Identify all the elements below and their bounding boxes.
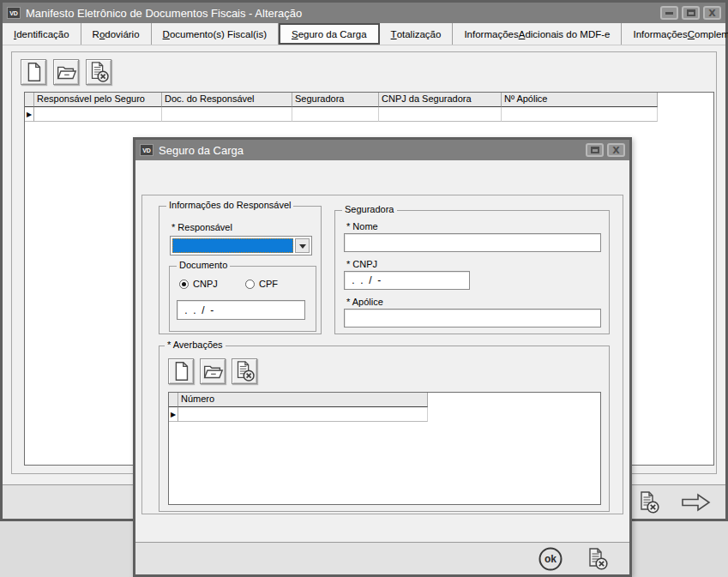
group-title: Informações do Responsável <box>166 200 293 210</box>
averbacoes-toolbar <box>168 358 257 384</box>
tab-rodoviario[interactable]: Rodoviário <box>81 23 152 45</box>
cnpj-label: * CNPJ <box>346 259 377 269</box>
dialog-title: Seguro da Carga <box>159 144 582 157</box>
open-folder-icon <box>201 359 225 383</box>
svg-text:ok: ok <box>544 553 557 565</box>
column-header-numero: Número <box>178 393 428 407</box>
delete-document-icon <box>635 490 661 515</box>
radio-button-icon <box>179 279 189 289</box>
new-document-icon <box>21 60 45 84</box>
radio-button-icon <box>245 279 255 289</box>
minimize-button[interactable] <box>660 6 678 20</box>
dialog-titlebar[interactable]: VD Seguro da Carga X <box>135 140 629 160</box>
dialog-close-button[interactable]: X <box>607 143 625 157</box>
tab-identificacao[interactable]: Identificação <box>3 23 81 45</box>
nome-input[interactable] <box>344 233 601 252</box>
open-averbacao-button[interactable] <box>200 358 226 384</box>
radio-cpf-label: CPF <box>259 279 278 289</box>
group-averbacoes: * Averbações <box>159 346 610 512</box>
app-icon: VD <box>7 7 21 19</box>
delete-document-icon <box>584 546 610 572</box>
column-header-seguradora: Seguradora <box>292 93 379 107</box>
group-title: * Averbações <box>165 340 226 350</box>
column-header-doc-responsavel: Doc. do Responsável <box>162 93 292 107</box>
responsavel-label: * Responsável <box>171 222 232 232</box>
desktop-background: VD Manifesto Eletrônico de Documentos Fi… <box>0 0 728 577</box>
seguro-carga-dialog: VD Seguro da Carga X Informações do Resp… <box>133 137 632 577</box>
grid-row[interactable]: ▶ <box>169 407 600 422</box>
column-header-cnpj-seguradora: CNPJ da Seguradora <box>379 93 502 107</box>
responsavel-combobox[interactable] <box>170 236 312 255</box>
tab-informacoes-adicionais[interactable]: Informações Adicionais do MDF-e <box>453 23 622 45</box>
radio-cnpj[interactable]: CNPJ <box>179 279 218 289</box>
maximize-button[interactable] <box>682 6 700 20</box>
group-title: Documento <box>177 260 230 270</box>
combobox-dropdown-button[interactable] <box>295 238 310 253</box>
apolice-input[interactable] <box>344 309 601 328</box>
cancel-button[interactable] <box>583 545 611 573</box>
grid-header-row: Responsável pelo Seguro Doc. do Responsá… <box>25 93 713 107</box>
radio-cpf[interactable]: CPF <box>245 279 278 289</box>
minimize-icon <box>665 12 673 15</box>
tab-totalizacao[interactable]: Totalização <box>380 23 454 45</box>
combobox-selection[interactable] <box>172 238 293 253</box>
chevron-down-icon <box>299 244 306 252</box>
tab-seguro-da-carga[interactable]: Seguro da Carga <box>279 23 380 45</box>
open-folder-icon <box>54 60 78 84</box>
open-seguro-button[interactable] <box>53 59 79 85</box>
delete-document-icon <box>232 359 256 383</box>
tab-bar: Identificação Rodoviário Documento(s) Fi… <box>3 23 725 45</box>
tab-informacoes-complementares[interactable]: Informações Complementares <box>622 23 728 45</box>
dialog-maximize-button[interactable] <box>586 143 604 157</box>
new-document-icon <box>169 359 193 383</box>
new-averbacao-button[interactable] <box>168 358 194 384</box>
arrow-right-icon <box>681 491 712 514</box>
ok-icon: ok <box>537 545 564 573</box>
close-icon: X <box>612 146 619 155</box>
dialog-form-panel: Informações do Responsável * Responsável… <box>141 195 623 514</box>
grid-header-row: Número <box>169 393 600 407</box>
grid-row[interactable]: ▶ <box>25 107 713 122</box>
dialog-app-icon: VD <box>140 144 153 156</box>
row-indicator: ▶ <box>169 407 178 422</box>
delete-manifest-button[interactable] <box>635 489 662 516</box>
group-seguradora: Seguradora * Nome * CNPJ . . / - * Apóli… <box>334 210 610 334</box>
delete-averbacao-button[interactable] <box>232 358 257 384</box>
nome-label: * Nome <box>346 221 378 231</box>
row-indicator: ▶ <box>25 107 34 122</box>
documento-mask-input[interactable]: . . / - <box>177 300 305 320</box>
radio-cnpj-label: CNPJ <box>193 279 218 289</box>
averbacoes-grid[interactable]: Número ▶ <box>168 392 601 505</box>
group-informacoes-responsavel: Informações do Responsável * Responsável… <box>159 206 322 334</box>
close-icon: X <box>708 9 715 18</box>
next-step-button[interactable] <box>680 489 713 516</box>
column-header-num-apolice: Nº Apólice <box>502 93 658 107</box>
group-title: Seguradora <box>342 204 397 214</box>
delete-seguro-button[interactable] <box>86 59 111 85</box>
window-title: Manifesto Eletrônico de Documentos Fisca… <box>26 7 657 20</box>
apolice-label: * Apólice <box>346 297 383 307</box>
main-titlebar[interactable]: VD Manifesto Eletrônico de Documentos Fi… <box>3 3 725 23</box>
tab-documentos-fiscais[interactable]: Documento(s) Fiscal(is) <box>152 23 279 45</box>
indicator-column-header <box>169 393 178 407</box>
cnpj-input[interactable]: . . / - <box>344 271 470 290</box>
close-button[interactable]: X <box>703 6 721 20</box>
maximize-icon <box>591 147 599 153</box>
group-documento: Documento CNPJ CPF . . / - <box>169 266 316 332</box>
indicator-column-header <box>25 93 34 107</box>
dialog-footer: ok <box>135 542 629 574</box>
ok-button[interactable]: ok <box>537 545 564 573</box>
delete-document-icon <box>87 60 111 84</box>
new-seguro-button[interactable] <box>21 59 46 85</box>
maximize-icon <box>687 9 695 16</box>
seguros-toolbar <box>21 59 111 85</box>
column-header-responsavel: Responsável pelo Seguro <box>34 93 162 107</box>
